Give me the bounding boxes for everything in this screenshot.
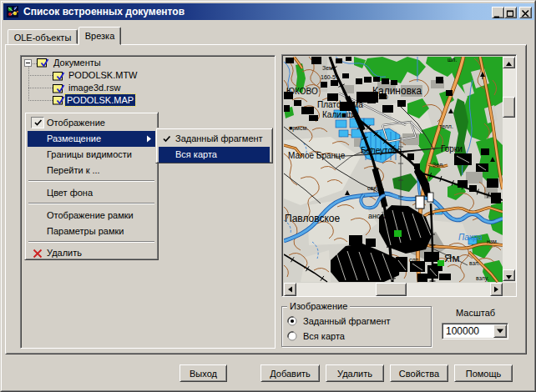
svg-text:Малое Бранце: Малое Бранце — [288, 151, 346, 160]
svg-text:Кали■ша: Кали■ша — [322, 110, 358, 119]
svg-text:Павловское: Павловское — [285, 213, 341, 224]
svg-text:свн.: свн. — [367, 185, 378, 191]
svg-text:взл.: взл. — [469, 260, 480, 266]
svg-text:160-5: 160-5 — [321, 74, 336, 80]
svg-text:Зел.: Зел. — [432, 162, 444, 168]
svg-text:Белеутово: Белеутово — [361, 146, 402, 155]
svg-text:телл.: телл. — [439, 123, 453, 129]
svg-text:■рмсм.: ■рмсм. — [289, 125, 308, 132]
svg-text:ЮКОВО: ЮКОВО — [286, 87, 318, 96]
svg-text:Горки: Горки — [441, 144, 463, 153]
svg-text:анская: анская — [368, 212, 392, 220]
svg-text:слп.: слп. — [409, 257, 420, 263]
svg-text:Зем.: Зем. — [322, 65, 335, 71]
svg-text:нзм.: нзм. — [487, 239, 498, 244]
svg-text:Платформа: Платформа — [317, 100, 363, 109]
svg-text:Зем ■ 160: Зем ■ 160 — [361, 94, 388, 100]
svg-text:Пахра: Пахра — [458, 233, 483, 242]
svg-text:взлу.: взлу. — [476, 275, 489, 282]
svg-text:Ям: Ям — [444, 252, 459, 264]
svg-text:шп.: шп. — [448, 57, 457, 63]
